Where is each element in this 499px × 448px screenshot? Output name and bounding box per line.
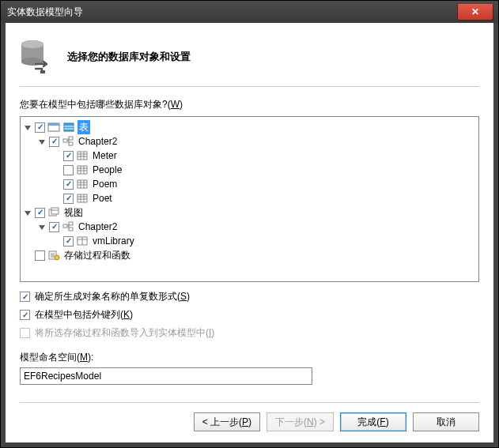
namespace-input[interactable]: [20, 367, 312, 385]
titlebar: 实体数据模型向导 ✕: [1, 1, 498, 23]
node-tables[interactable]: 表: [77, 120, 90, 134]
wizard-window: 实体数据模型向导 ✕ 选择您的数据库对象和设置 您要在模型中包括哪些数据库对象?…: [0, 0, 499, 448]
checkbox-poem[interactable]: [63, 179, 74, 190]
table-icon: [76, 178, 89, 190]
node-chapter2-tables[interactable]: Chapter2: [77, 134, 119, 149]
svg-rect-11: [69, 137, 73, 140]
checkbox-sprocs[interactable]: [35, 250, 45, 261]
client-area: 选择您的数据库对象和设置 您要在模型中包括哪些数据库对象?(W) 表: [1, 23, 498, 447]
tables-group-icon: [62, 121, 75, 134]
page-title: 选择您的数据库对象和设置: [67, 50, 191, 64]
checkbox-vmlibrary[interactable]: [63, 236, 74, 247]
header-divider: [20, 86, 479, 87]
wizard-buttons: < 上一步(P) 下一步(N) > 完成(F) 取消: [20, 412, 479, 431]
svg-point-3: [21, 40, 43, 48]
node-chapter2-views[interactable]: Chapter2: [77, 220, 119, 234]
checkbox-chapter2-tables[interactable]: [49, 137, 59, 147]
collapse-icon[interactable]: [38, 223, 47, 232]
svg-rect-6: [48, 123, 59, 126]
svg-rect-34: [51, 208, 59, 214]
svg-rect-18: [77, 166, 87, 174]
cancel-button[interactable]: 取消: [413, 412, 479, 431]
collapse-icon[interactable]: [38, 137, 47, 146]
svg-rect-10: [63, 139, 67, 142]
option-import-sprocs: 将所选存储过程和函数导入到实体模型中(I): [20, 326, 479, 340]
checkbox-meter[interactable]: [63, 151, 74, 161]
table-icon: [76, 192, 89, 205]
svg-rect-7: [64, 123, 74, 131]
checkbox-dbo[interactable]: [35, 122, 45, 133]
back-button[interactable]: < 上一步(P): [194, 412, 260, 431]
close-icon: ✕: [471, 6, 479, 17]
option-pluralize[interactable]: 确定所生成对象名称的单复数形式(S): [20, 290, 479, 303]
svg-rect-38: [69, 228, 73, 231]
namespace-label: 模型命名空间(M):: [20, 351, 479, 364]
node-meter[interactable]: Meter: [91, 149, 119, 163]
checkbox-import-sprocs: [20, 328, 30, 338]
close-button[interactable]: ✕: [457, 4, 493, 21]
wizard-header: 选择您的数据库对象和设置: [20, 34, 479, 86]
svg-rect-36: [63, 224, 67, 228]
node-sprocs[interactable]: 存储过程和函数: [62, 248, 132, 262]
next-button: 下一步(N) >: [267, 412, 334, 431]
database-icon: [20, 39, 53, 75]
node-poet[interactable]: Poet: [91, 191, 114, 205]
svg-rect-28: [77, 194, 87, 202]
sproc-icon: [47, 249, 60, 262]
checkbox-poet[interactable]: [63, 194, 74, 204]
node-people[interactable]: People: [91, 163, 123, 177]
schema-icon: [47, 121, 60, 134]
db-objects-tree[interactable]: 表 Chapter2: [20, 116, 479, 282]
finish-button[interactable]: 完成(F): [340, 412, 406, 431]
collapse-icon[interactable]: [24, 209, 32, 217]
svg-point-46: [55, 255, 59, 260]
checkbox-views[interactable]: [35, 208, 45, 218]
svg-rect-37: [69, 222, 73, 225]
schema-icon: [62, 220, 74, 233]
node-poem[interactable]: Poem: [91, 177, 119, 191]
svg-rect-13: [77, 152, 87, 160]
view-icon: [76, 235, 89, 247]
options-group: 确定所生成对象名称的单复数形式(S) 在模型中包括外键列(K) 将所选存储过程和…: [20, 290, 479, 340]
svg-rect-12: [69, 142, 73, 145]
table-icon: [76, 164, 89, 176]
footer-divider: [20, 402, 479, 403]
option-foreign-keys[interactable]: 在模型中包括外键列(K): [20, 308, 479, 322]
svg-rect-23: [77, 180, 87, 188]
schema-icon: [62, 135, 74, 148]
table-icon: [76, 149, 89, 162]
checkbox-foreign-keys[interactable]: [20, 310, 30, 320]
views-group-icon: [47, 206, 60, 219]
checkbox-pluralize[interactable]: [20, 292, 30, 302]
checkbox-chapter2-views[interactable]: [49, 222, 59, 232]
tree-prompt: 您要在模型中包括哪些数据库对象?(W): [20, 98, 479, 111]
svg-rect-4: [40, 70, 45, 73]
node-views[interactable]: 视图: [62, 205, 85, 220]
window-title: 实体数据模型向导: [7, 6, 83, 19]
checkbox-people[interactable]: [63, 165, 74, 175]
node-vmlibrary[interactable]: vmLibrary: [91, 234, 136, 248]
collapse-icon[interactable]: [24, 123, 32, 132]
